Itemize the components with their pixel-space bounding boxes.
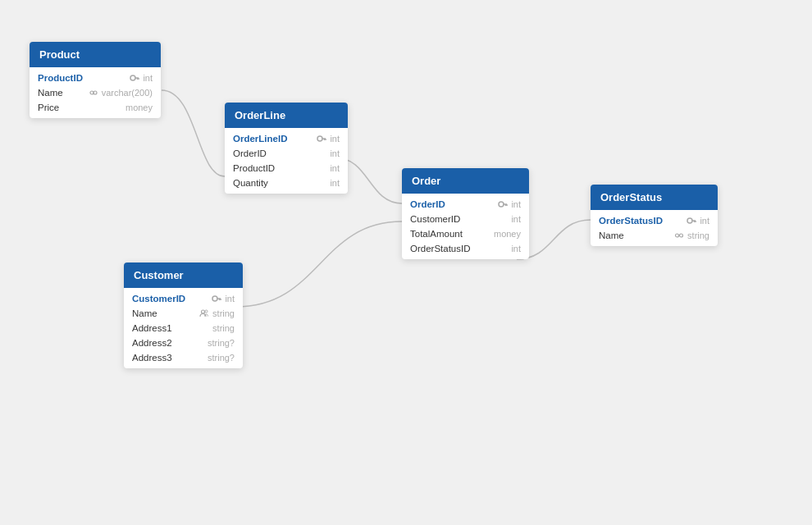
table-row: OrderID int bbox=[402, 197, 529, 212]
field-right: int bbox=[330, 163, 340, 173]
field-name: ProductID bbox=[38, 73, 83, 83]
field-right: int bbox=[511, 214, 521, 224]
field-type: string? bbox=[208, 338, 235, 348]
order-table: Order OrderID int CustomerID int TotalAm… bbox=[402, 168, 529, 259]
customer-body: CustomerID int Name string Address1 stri… bbox=[124, 288, 243, 368]
field-name: Name bbox=[38, 88, 63, 98]
field-name: OrderStatusID bbox=[599, 216, 663, 226]
field-name: Address2 bbox=[132, 338, 172, 348]
table-row: Name varchar(200) bbox=[30, 85, 161, 100]
product-header: Product bbox=[30, 42, 161, 67]
table-row: ProductID int bbox=[30, 71, 161, 85]
field-name: TotalAmount bbox=[410, 229, 463, 239]
field-type: int bbox=[700, 216, 709, 226]
table-row: ProductID int bbox=[225, 161, 348, 176]
svg-point-5 bbox=[94, 91, 97, 94]
link-icon bbox=[674, 231, 684, 240]
key-icon bbox=[687, 216, 696, 226]
table-row: Address2 string? bbox=[124, 336, 243, 350]
field-type: int bbox=[330, 163, 340, 173]
key-icon bbox=[212, 294, 221, 304]
field-right: string bbox=[199, 308, 235, 318]
field-right: string bbox=[212, 323, 235, 333]
field-name: OrderLineID bbox=[233, 134, 287, 144]
field-name: Name bbox=[132, 308, 157, 318]
svg-point-19 bbox=[202, 310, 205, 313]
table-row: CustomerID int bbox=[124, 291, 243, 306]
field-right: varchar(200) bbox=[89, 88, 153, 98]
svg-point-0 bbox=[130, 75, 135, 80]
svg-point-7 bbox=[317, 136, 322, 141]
field-type: int bbox=[330, 134, 340, 144]
table-row: Address3 string? bbox=[124, 350, 243, 365]
svg-point-20 bbox=[205, 310, 208, 313]
field-right: int bbox=[687, 216, 709, 226]
field-name: Address3 bbox=[132, 353, 172, 363]
field-name: OrderStatusID bbox=[410, 244, 471, 253]
table-row: OrderStatusID int bbox=[591, 213, 718, 228]
orderstatus-body: OrderStatusID int Name string bbox=[591, 210, 718, 246]
field-type: string? bbox=[208, 353, 235, 363]
order-body: OrderID int CustomerID int TotalAmount m… bbox=[402, 194, 529, 259]
field-right: int bbox=[511, 244, 521, 253]
field-type: string bbox=[212, 308, 235, 318]
field-type: varchar(200) bbox=[102, 88, 153, 98]
field-name: Quantity bbox=[233, 178, 268, 188]
field-right: int bbox=[330, 178, 340, 188]
orderline-body: OrderLineID int OrderID int ProductID in… bbox=[225, 128, 348, 194]
product-table: Product ProductID int Name varchar(200) … bbox=[30, 42, 161, 118]
customer-table: Customer CustomerID int Name string Addr… bbox=[124, 262, 243, 368]
field-type: int bbox=[330, 148, 340, 158]
table-row: Name string bbox=[124, 306, 243, 321]
link-icon bbox=[89, 88, 98, 98]
field-right: int bbox=[317, 134, 340, 144]
table-row: Quantity int bbox=[225, 176, 348, 190]
field-type: money bbox=[125, 103, 153, 112]
svg-point-11 bbox=[499, 202, 504, 207]
field-name: OrderID bbox=[410, 199, 445, 209]
field-type: string bbox=[687, 231, 709, 240]
field-right: int bbox=[498, 199, 521, 209]
table-row: OrderID int bbox=[225, 146, 348, 161]
table-row: Name string bbox=[591, 228, 718, 243]
svg-point-26 bbox=[680, 234, 683, 237]
field-right: int bbox=[130, 73, 153, 83]
table-row: TotalAmount money bbox=[402, 226, 529, 241]
product-body: ProductID int Name varchar(200) Price mo… bbox=[30, 67, 161, 118]
field-type: int bbox=[143, 73, 153, 83]
customer-header: Customer bbox=[124, 262, 243, 288]
orderline-table: OrderLine OrderLineID int OrderID int Pr… bbox=[225, 103, 348, 194]
order-header: Order bbox=[402, 168, 529, 194]
field-type: int bbox=[511, 214, 521, 224]
field-name: CustomerID bbox=[132, 294, 185, 304]
key-icon bbox=[130, 73, 139, 83]
field-right: string bbox=[674, 231, 709, 240]
field-type: int bbox=[330, 178, 340, 188]
field-type: string bbox=[212, 323, 235, 333]
key-icon bbox=[498, 199, 508, 209]
key-icon bbox=[317, 134, 326, 144]
group-icon bbox=[199, 308, 209, 318]
orderstatus-header: OrderStatus bbox=[591, 185, 718, 210]
table-row: Price money bbox=[30, 100, 161, 115]
table-row: OrderStatusID int bbox=[402, 241, 529, 256]
svg-point-21 bbox=[687, 218, 692, 223]
diagram-canvas: Product ProductID int Name varchar(200) … bbox=[0, 0, 812, 525]
field-name: Address1 bbox=[132, 323, 172, 333]
field-name: OrderID bbox=[233, 148, 267, 158]
field-type: int bbox=[511, 244, 521, 253]
field-right: int bbox=[330, 148, 340, 158]
table-row: Address1 string bbox=[124, 321, 243, 336]
svg-point-15 bbox=[212, 296, 217, 301]
table-row: OrderLineID int bbox=[225, 131, 348, 146]
field-type: int bbox=[225, 294, 235, 304]
field-name: ProductID bbox=[233, 163, 275, 173]
field-name: CustomerID bbox=[410, 214, 460, 224]
svg-point-25 bbox=[676, 234, 679, 237]
field-type: int bbox=[511, 199, 521, 209]
field-right: money bbox=[494, 229, 521, 239]
field-name: Name bbox=[599, 231, 624, 240]
orderstatus-table: OrderStatus OrderStatusID int Name strin… bbox=[591, 185, 718, 246]
orderline-header: OrderLine bbox=[225, 103, 348, 128]
field-right: int bbox=[212, 294, 235, 304]
